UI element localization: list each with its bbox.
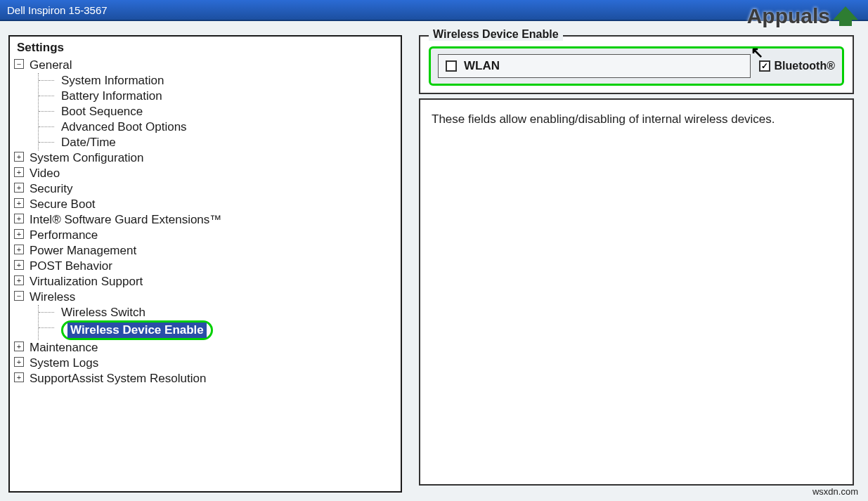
detail-panel: Wireless Device Enable WLAN ↖ ✓ Bluetoot… — [419, 35, 860, 493]
bluetooth-checkbox[interactable]: ✓ — [759, 60, 770, 72]
tree-label[interactable]: Power Management — [14, 243, 401, 259]
workspace: Settings − General System Information Ba… — [0, 21, 868, 501]
settings-tree-panel: Settings − General System Information Ba… — [8, 35, 402, 493]
tree-label-general[interactable]: General — [14, 58, 401, 73]
group-legend: Wireless Device Enable — [429, 28, 563, 41]
settings-tree: − General System Information Battery Inf… — [10, 58, 401, 386]
appuals-watermark: Appuals — [747, 4, 858, 28]
tree-label[interactable]: Security — [14, 181, 401, 197]
tree-item-wireless-device-enable[interactable]: Wireless Device Enable — [47, 320, 401, 340]
source-watermark: wsxdn.com — [812, 486, 858, 497]
graduation-cap-icon — [833, 6, 858, 26]
expand-icon[interactable]: + — [14, 152, 24, 162]
tree-node-power-management[interactable]: + Power Management — [14, 243, 401, 259]
tree-label[interactable]: Video — [14, 166, 401, 181]
expand-icon[interactable]: + — [14, 372, 24, 382]
expand-icon[interactable]: + — [14, 245, 24, 254]
description-text: These fields allow enabling/disabling of… — [432, 112, 775, 126]
tree-label[interactable]: System Configuration — [14, 150, 401, 166]
expand-icon[interactable]: + — [14, 167, 24, 177]
window-title: Dell Inspiron 15-3567 — [7, 4, 108, 16]
tree-item-boot-sequence[interactable]: Boot Sequence — [47, 104, 401, 119]
tree-label[interactable]: SupportAssist System Resolution — [14, 371, 401, 386]
wlan-option[interactable]: WLAN ↖ — [438, 54, 751, 78]
expand-icon[interactable]: + — [14, 260, 24, 270]
settings-caption: Settings — [14, 39, 401, 56]
wlan-checkbox[interactable] — [446, 60, 457, 72]
expand-icon[interactable]: + — [14, 198, 24, 208]
tree-item-advanced-boot-options[interactable]: Advanced Boot Options — [47, 119, 401, 135]
expand-icon[interactable]: + — [14, 214, 24, 223]
tree-node-sgx[interactable]: + Intel® Software Guard Extensions™ — [14, 212, 401, 228]
tree-node-virtualization-support[interactable]: + Virtualization Support — [14, 274, 401, 289]
tree-label[interactable]: POST Behavior — [14, 259, 401, 274]
tree-node-system-configuration[interactable]: + System Configuration — [14, 150, 401, 166]
tree-label[interactable]: Virtualization Support — [14, 274, 401, 289]
tree-node-supportassist[interactable]: + SupportAssist System Resolution — [14, 371, 401, 386]
tree-node-video[interactable]: + Video — [14, 166, 401, 181]
tree-label[interactable]: Secure Boot — [14, 197, 401, 212]
collapse-icon[interactable]: − — [14, 59, 24, 69]
tree-node-general[interactable]: − General System Information Battery Inf… — [14, 58, 401, 150]
annotation-highlight-row: WLAN ↖ ✓ Bluetooth® — [429, 46, 844, 86]
tree-node-secure-boot[interactable]: + Secure Boot — [14, 197, 401, 212]
tree-item-battery-information[interactable]: Battery Information — [47, 89, 401, 104]
tree-node-post-behavior[interactable]: + POST Behavior — [14, 259, 401, 274]
window-titlebar: Dell Inspiron 15-3567 — [0, 0, 868, 21]
selected-tree-label: Wireless Device Enable — [67, 323, 207, 338]
expand-icon[interactable]: + — [14, 183, 24, 193]
expand-icon[interactable]: + — [14, 275, 24, 285]
expand-icon[interactable]: + — [14, 229, 24, 239]
bluetooth-label: Bluetooth® — [775, 60, 835, 72]
tree-item-wireless-switch[interactable]: Wireless Switch — [47, 305, 401, 320]
brand-text: Appuals — [747, 4, 830, 28]
tree-children-wireless: Wireless Switch Wireless Device Enable — [38, 305, 401, 340]
bluetooth-option[interactable]: ✓ Bluetooth® — [759, 60, 835, 72]
tree-node-system-logs[interactable]: + System Logs — [14, 356, 401, 371]
collapse-icon[interactable]: − — [14, 291, 24, 301]
tree-label[interactable]: System Logs — [14, 356, 401, 371]
wireless-device-enable-group: Wireless Device Enable WLAN ↖ ✓ Bluetoot… — [419, 35, 854, 94]
tree-node-performance[interactable]: + Performance — [14, 228, 401, 243]
tree-label[interactable]: Performance — [14, 228, 401, 243]
tree-item-system-information[interactable]: System Information — [47, 73, 401, 89]
expand-icon[interactable]: + — [14, 341, 24, 351]
tree-label[interactable]: Maintenance — [14, 340, 401, 356]
tree-node-security[interactable]: + Security — [14, 181, 401, 197]
annotation-highlight: Wireless Device Enable — [61, 320, 213, 340]
description-box: These fields allow enabling/disabling of… — [419, 98, 854, 486]
expand-icon[interactable]: + — [14, 357, 24, 367]
wlan-label: WLAN — [464, 59, 500, 73]
tree-item-date-time[interactable]: Date/Time — [47, 135, 401, 150]
tree-label[interactable]: Intel® Software Guard Extensions™ — [14, 212, 401, 228]
tree-children-general: System Information Battery Information B… — [38, 73, 401, 150]
tree-node-maintenance[interactable]: + Maintenance — [14, 340, 401, 356]
tree-node-wireless[interactable]: − Wireless Wireless Switch Wireless Devi… — [14, 289, 401, 340]
tree-label-wireless[interactable]: Wireless — [14, 289, 401, 305]
